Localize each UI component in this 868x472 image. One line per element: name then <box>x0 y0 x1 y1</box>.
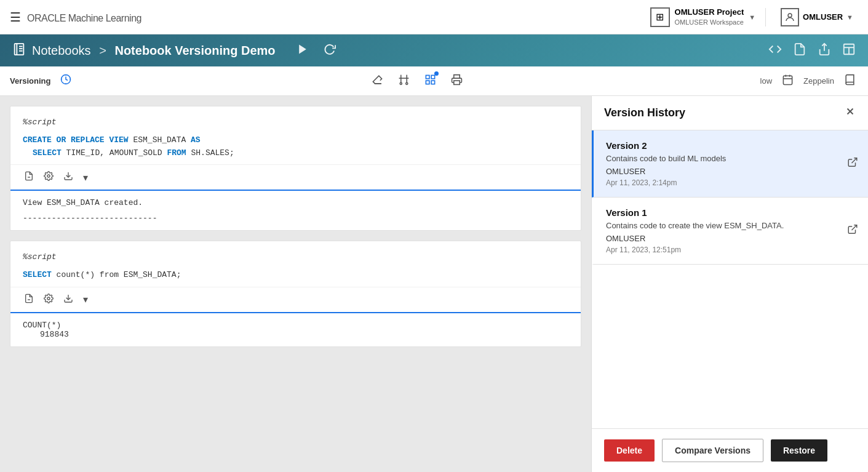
toolbar-left: Versioning <box>10 71 74 90</box>
svg-point-14 <box>406 82 408 84</box>
version-list: Version 2 Contains code to build ML mode… <box>592 130 868 428</box>
cell-toolbar-2: ▾ <box>10 287 581 313</box>
schedule-button[interactable] <box>779 71 796 91</box>
notebook-cell-1: %script CREATE OR REPLACE VIEW ESM_SH_DA… <box>10 106 581 231</box>
close-version-panel-button[interactable] <box>845 106 856 120</box>
cells-area: %script CREATE OR REPLACE VIEW ESM_SH_DA… <box>0 96 591 472</box>
hamburger-menu[interactable]: ☰ <box>10 10 21 25</box>
svg-rect-20 <box>426 81 429 84</box>
project-icon: ⊞ <box>650 7 670 27</box>
breadcrumb-right <box>768 42 856 59</box>
cell-download-button-1[interactable] <box>62 170 74 185</box>
svg-line-35 <box>852 158 857 163</box>
version-2-number: Version 2 <box>606 140 856 151</box>
output-count-value: 918843 <box>23 330 568 339</box>
ml-text: Machine Learning <box>66 13 141 23</box>
version-2-desc: Contains code to build ML models <box>606 153 856 164</box>
notebook-cell-2: %script SELECT count(*) from ESM_SH_DATA… <box>10 241 581 347</box>
svg-rect-22 <box>454 81 460 84</box>
project-info: OMLUSER Project OMLUSER Workspace <box>675 7 744 26</box>
toolbar-center <box>369 71 465 91</box>
main-content: %script CREATE OR REPLACE VIEW ESM_SH_DA… <box>0 96 868 472</box>
cell-run-button-2[interactable] <box>23 292 35 307</box>
cut-button[interactable] <box>396 71 412 91</box>
user-avatar-icon <box>781 8 799 26</box>
version-2-user: OMLUSER <box>606 167 856 176</box>
notebooks-link[interactable]: Notebooks <box>32 44 91 57</box>
delete-version-button[interactable]: Delete <box>604 439 655 462</box>
svg-point-0 <box>788 14 792 17</box>
oracle-logo: ORACLE Machine Learning <box>27 9 141 25</box>
zeppelin-label: Zeppelin <box>803 76 834 86</box>
share-button[interactable] <box>818 42 831 59</box>
cell-download-chevron-1[interactable]: ▾ <box>82 170 89 185</box>
top-nav: ☰ ORACLE Machine Learning ⊞ OMLUSER Proj… <box>0 0 868 34</box>
toolbar-right: low Zeppelin <box>760 71 858 91</box>
project-workspace: OMLUSER Workspace <box>675 18 744 26</box>
file-button[interactable] <box>793 42 806 59</box>
nav-right: ⊞ OMLUSER Project OMLUSER Workspace ▼ OM… <box>650 6 858 29</box>
refresh-button[interactable] <box>321 41 338 61</box>
cell-code-2-line1: SELECT count(*) from ESM_SH_DATA; <box>23 269 568 282</box>
restore-version-button[interactable]: Restore <box>771 439 827 462</box>
user-name: OMLUSER <box>803 12 843 22</box>
cell-output-1: View ESM_SH_DATA created. --------------… <box>10 191 581 230</box>
grid-button[interactable] <box>422 71 439 91</box>
svg-point-13 <box>400 82 402 84</box>
version-2-open-button[interactable] <box>847 157 858 171</box>
user-menu[interactable]: OMLUSER ▼ <box>776 6 858 29</box>
version-panel-title: Version History <box>604 106 685 119</box>
current-notebook-title: Notebook Versioning Demo <box>114 44 275 57</box>
cell-editor-2[interactable]: %script SELECT count(*) from ESM_SH_DATA… <box>10 241 581 287</box>
version-1-number: Version 1 <box>606 207 856 218</box>
svg-rect-18 <box>426 75 429 79</box>
breadcrumb-actions <box>294 41 338 61</box>
user-chevron: ▼ <box>846 14 853 21</box>
cell-run-button-1[interactable] <box>23 170 35 185</box>
cell-settings-button-2[interactable] <box>42 292 55 307</box>
run-notebook-button[interactable] <box>294 41 311 61</box>
cell-toolbar-1: ▾ <box>10 165 581 191</box>
versioning-clock-button[interactable] <box>58 71 74 90</box>
svg-point-31 <box>47 297 50 300</box>
version-panel-footer: Delete Compare Versions Restore <box>592 428 868 472</box>
book-button[interactable] <box>842 71 858 91</box>
version-1-open-button[interactable] <box>847 224 858 238</box>
breadcrumb-bar: Notebooks > Notebook Versioning Demo <box>0 34 868 66</box>
output-count-header: COUNT(*) <box>23 321 568 330</box>
version-1-date: Apr 11, 2023, 12:51pm <box>606 246 856 254</box>
version-item-2[interactable]: Version 2 Contains code to build ML mode… <box>592 130 868 198</box>
print-button[interactable] <box>448 71 465 91</box>
compare-versions-button[interactable]: Compare Versions <box>662 439 763 462</box>
layout-button[interactable] <box>842 42 856 59</box>
breadcrumb-left: Notebooks > Notebook Versioning Demo <box>12 41 338 61</box>
nav-left: ☰ ORACLE Machine Learning <box>10 9 141 25</box>
cell-settings-button-1[interactable] <box>42 170 55 185</box>
svg-marker-6 <box>299 44 306 54</box>
cell-download-chevron-2[interactable]: ▾ <box>82 292 89 306</box>
cell-code-1-line1: CREATE OR REPLACE VIEW ESM_SH_DATA AS <box>23 134 568 147</box>
code-view-button[interactable] <box>768 42 782 59</box>
nav-divider <box>765 8 766 26</box>
project-name: OMLUSER Project <box>675 7 744 18</box>
cell-download-button-2[interactable] <box>62 292 74 307</box>
version-1-desc: Contains code to create the view ESM_SH_… <box>606 220 856 231</box>
svg-rect-21 <box>431 81 435 84</box>
svg-line-36 <box>852 225 857 230</box>
cell-directive-1: %script <box>23 116 568 129</box>
version-item-1[interactable]: Version 1 Contains code to create the vi… <box>592 198 868 265</box>
project-selector[interactable]: ⊞ OMLUSER Project OMLUSER Workspace ▼ <box>650 7 756 27</box>
version-history-panel: Version History Version 2 Contains code … <box>591 96 868 472</box>
notebook-icon <box>12 42 26 59</box>
low-badge-button[interactable]: low <box>760 76 773 86</box>
svg-rect-19 <box>431 75 435 79</box>
versioning-label: Versioning <box>10 76 50 86</box>
output-line-2: ---------------------------- <box>23 214 568 223</box>
cell-directive-2: %script <box>23 251 568 264</box>
breadcrumb-separator: > <box>99 44 109 57</box>
version-panel-header: Version History <box>592 96 868 130</box>
version-2-date: Apr 11, 2023, 2:14pm <box>606 178 856 187</box>
eraser-button[interactable] <box>369 71 386 91</box>
output-line-1: View ESM_SH_DATA created. <box>23 198 568 207</box>
cell-editor-1[interactable]: %script CREATE OR REPLACE VIEW ESM_SH_DA… <box>10 106 581 165</box>
